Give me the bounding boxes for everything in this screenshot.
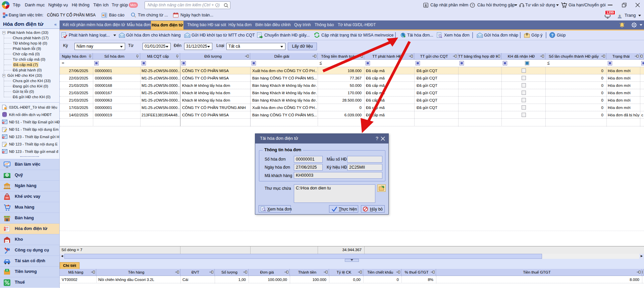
svg-text:?: ? bbox=[472, 4, 473, 7]
svg-text:?: ? bbox=[551, 33, 553, 37]
